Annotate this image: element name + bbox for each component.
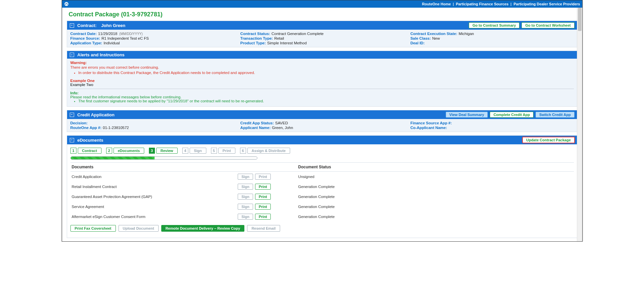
- collapse-icon[interactable]: −: [70, 23, 74, 28]
- lbl-prod-type: Product Type:: [240, 41, 266, 45]
- val-fin-source: R1 Independent Test eC FS: [101, 36, 149, 40]
- step-sign: 4Sign: [182, 148, 206, 154]
- link-finance-sources[interactable]: Participating Finance Sources: [456, 2, 508, 6]
- credit-app-grid: Decision: Credit App Status:SAVED Financ…: [67, 119, 577, 132]
- step-button[interactable]: Review: [156, 148, 178, 154]
- doc-actions: SignPrint: [236, 182, 297, 192]
- sign-button: Sign: [238, 214, 253, 220]
- section-header-contract: − Contract: John Green Go to Contract Su…: [67, 21, 577, 30]
- svg-point-0: [64, 2, 68, 6]
- step-number: 2: [106, 148, 112, 154]
- val-applicant-name: Green, John: [272, 126, 293, 130]
- val-sale-class: New: [432, 36, 440, 40]
- val-exec-state: Michigan: [459, 32, 474, 36]
- steps-row: 1Contract2eDocuments3Review4Sign5Print6A…: [70, 148, 574, 154]
- table-row: Credit ApplicationSignPrintUnsigned: [70, 172, 574, 182]
- step-number: 6: [240, 148, 246, 154]
- collapse-icon[interactable]: −: [70, 53, 74, 57]
- complete-credit-app-button[interactable]: Complete Credit App: [490, 112, 533, 118]
- remote-document-delivery-button[interactable]: Remote Document Delivery – Review Copy: [161, 225, 245, 232]
- collapse-icon[interactable]: −: [70, 138, 74, 142]
- hint-date-format: (MM/DD/YYYY): [119, 32, 143, 36]
- lbl-contract-status: Contract Status:: [240, 32, 270, 36]
- collapse-icon[interactable]: −: [70, 113, 74, 117]
- doc-name: Service Agreement: [70, 202, 237, 212]
- switch-credit-app-button[interactable]: Switch Credit App: [535, 112, 574, 118]
- print-button: Print: [255, 174, 271, 180]
- doc-actions: SignPrint: [236, 202, 297, 212]
- step-button: Assign & Distribute: [247, 148, 290, 154]
- progress-fill: [71, 157, 155, 159]
- info-title: Info:: [70, 91, 574, 95]
- col-status: Document Status: [297, 163, 574, 172]
- go-to-contract-summary-button[interactable]: Go to Contract Summary: [469, 22, 519, 28]
- section-header-edocuments: − eDocuments Update Contract Package: [67, 136, 577, 144]
- lbl-applicant-name: Applicant Name:: [240, 126, 271, 130]
- doc-name: Guaranteed Asset Protection Agreement (G…: [70, 192, 237, 202]
- edocuments-title: eDocuments: [77, 138, 103, 143]
- val-r1-app: 01-1-23810572: [103, 126, 129, 130]
- scrollbar-thumb[interactable]: [578, 8, 582, 31]
- step-button[interactable]: eDocuments: [114, 148, 144, 154]
- step-button: Sign: [190, 148, 206, 154]
- val-prod-type: Simple Interest Method: [267, 41, 306, 45]
- print-button[interactable]: Print: [255, 194, 271, 200]
- sign-button: Sign: [238, 204, 253, 210]
- step-edocuments: 2eDocuments: [106, 148, 144, 154]
- sign-button: Sign: [238, 184, 253, 190]
- step-number: 5: [211, 148, 217, 154]
- step-number: 4: [182, 148, 188, 154]
- view-deal-summary-button[interactable]: View Deal Summary: [446, 112, 488, 118]
- doc-status: Generation Complete: [297, 192, 574, 202]
- bottom-actions: Print Fax Coversheet Upload Document Rem…: [70, 225, 574, 234]
- lbl-trans-type: Transaction Type:: [240, 36, 273, 40]
- step-review: 3Review: [149, 148, 178, 154]
- link-dealer-providers[interactable]: Participating Dealer Service Providers: [513, 2, 580, 6]
- val-credit-status: SAVED: [275, 121, 288, 125]
- alerts-title: Alerts and Instructions: [77, 52, 125, 57]
- val-app-type: Individual: [103, 41, 120, 45]
- credit-app-title: Credit Application: [77, 112, 115, 117]
- divider: [70, 89, 574, 89]
- col-documents: Documents: [70, 163, 237, 172]
- print-fax-coversheet-button[interactable]: Print Fax Coversheet: [70, 225, 116, 232]
- step-number: 1: [70, 148, 76, 154]
- doc-status: Generation Complete: [297, 212, 574, 222]
- go-to-contract-worksheet-button[interactable]: Go to Contract Worksheet: [521, 22, 574, 28]
- table-row: Aftermarket eSign Customer Consent FormS…: [70, 212, 574, 222]
- resend-email-button[interactable]: Resend Email: [247, 225, 280, 232]
- link-home[interactable]: RouteOne Home: [422, 2, 451, 6]
- print-button[interactable]: Print: [255, 184, 271, 190]
- upload-document-button[interactable]: Upload Document: [119, 225, 159, 232]
- doc-name: Credit Application: [70, 172, 237, 182]
- lbl-credit-status: Credit App Status:: [240, 121, 274, 125]
- doc-actions: SignPrint: [236, 172, 297, 182]
- lbl-fin-source: Finance Source:: [70, 36, 100, 40]
- info-bullet: The first customer signature needs to be…: [78, 99, 574, 103]
- lbl-coapplicant-name: Co-Applicant Name:: [410, 126, 447, 130]
- section-credit-app: − Credit Application View Deal Summary C…: [67, 110, 578, 132]
- step-button: Print: [218, 148, 235, 154]
- lbl-contract-date: Contract Date:: [70, 32, 97, 36]
- section-alerts: − Alerts and Instructions Warning: There…: [67, 51, 578, 107]
- top-links: RouteOne Home | Participating Finance So…: [422, 2, 580, 6]
- vertical-scrollbar[interactable]: [577, 8, 582, 241]
- contract-label: Contract:: [77, 23, 97, 28]
- doc-status: Unsigned: [297, 172, 574, 182]
- lbl-sale-class: Sale Class:: [410, 36, 431, 40]
- step-assign-distribute: 6Assign & Distribute: [240, 148, 290, 154]
- print-button[interactable]: Print: [255, 214, 271, 220]
- table-row: Retail Installment ContractSignPrintGene…: [70, 182, 574, 192]
- step-button[interactable]: Contract: [78, 148, 101, 154]
- progress-bar: [70, 156, 257, 160]
- section-header-alerts: − Alerts and Instructions: [67, 51, 577, 59]
- app-logo-icon: [64, 2, 69, 6]
- info-text: Please read the informational messages b…: [70, 95, 574, 99]
- page-title: Contract Package (01-3-9792781): [62, 8, 582, 21]
- val-trans-type: Retail: [274, 36, 284, 40]
- warning-bullet: In order to distribute this Contract Pac…: [78, 71, 574, 75]
- lbl-decision: Decision:: [70, 121, 88, 125]
- update-contract-package-button[interactable]: Update Contract Package: [522, 137, 574, 143]
- print-button[interactable]: Print: [255, 204, 271, 210]
- table-row: Guaranteed Asset Protection Agreement (G…: [70, 192, 574, 202]
